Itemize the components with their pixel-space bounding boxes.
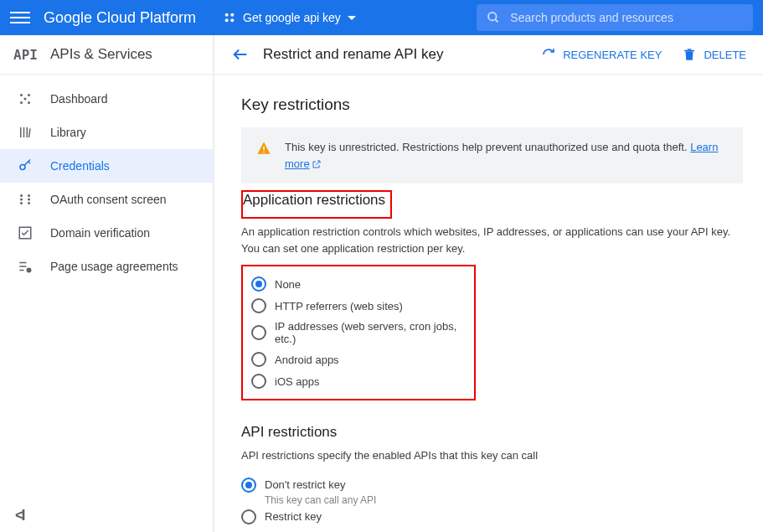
svg-line-17 — [28, 162, 30, 163]
svg-point-6 — [20, 94, 23, 96]
consent-icon — [17, 191, 34, 208]
delete-label: DELETE — [704, 49, 746, 61]
svg-point-10 — [24, 98, 27, 101]
svg-point-0 — [225, 13, 229, 17]
svg-point-4 — [488, 13, 497, 21]
sidebar-item-usage[interactable]: Page usage agreements — [0, 250, 213, 283]
sidebar-item-credentials[interactable]: Credentials — [0, 149, 213, 183]
radio-icon — [241, 509, 256, 524]
warning-box: This key is unrestricted. Restrictions h… — [241, 127, 743, 183]
dashboard-icon — [17, 90, 34, 107]
svg-point-9 — [28, 101, 30, 104]
svg-point-23 — [28, 202, 30, 204]
radio-icon — [251, 352, 266, 367]
main: Restrict and rename API key REGENERATE K… — [214, 35, 763, 532]
sidebar-item-dashboard[interactable]: Dashboard — [0, 82, 213, 116]
api-logo-icon: API — [13, 47, 37, 63]
svg-rect-31 — [263, 152, 265, 153]
app-restrictions-radio-group: None HTTP referrers (web sites) IP addre… — [251, 273, 466, 392]
radio-label: Don't restrict key — [265, 478, 345, 491]
app-restrictions-desc: An application restriction controls whic… — [241, 224, 743, 256]
nav-label: Library — [50, 126, 86, 139]
app-restrictions-highlight: Application restrictions — [241, 190, 392, 219]
radio-label: iOS apps — [275, 375, 319, 388]
search-box[interactable] — [477, 4, 753, 31]
svg-point-28 — [27, 268, 31, 272]
svg-point-3 — [230, 18, 234, 22]
svg-point-22 — [20, 202, 23, 204]
app-restrictions-heading: Application restrictions — [243, 192, 385, 209]
api-restrictions-heading: API restrictions — [241, 424, 337, 441]
sidebar-nav: Dashboard Library Credentials OAuth cons… — [0, 75, 213, 498]
svg-point-7 — [28, 94, 30, 96]
app-options-highlight: None HTTP referrers (web sites) IP addre… — [241, 265, 476, 400]
radio-label: None — [275, 278, 301, 291]
radio-icon — [241, 478, 256, 493]
svg-line-32 — [316, 161, 320, 165]
warning-icon — [256, 141, 271, 156]
radio-http-referrers[interactable]: HTTP referrers (web sites) — [251, 295, 466, 317]
radio-sublabel: This key can call any API — [265, 494, 743, 506]
radio-none[interactable]: None — [251, 273, 466, 295]
radio-icon — [251, 298, 266, 313]
page-header: Restrict and rename API key REGENERATE K… — [214, 35, 763, 75]
regenerate-button[interactable]: REGENERATE KEY — [541, 47, 662, 62]
svg-point-15 — [20, 165, 25, 170]
project-selector[interactable]: Get google api key — [216, 8, 363, 28]
delete-button[interactable]: DELETE — [682, 47, 746, 62]
radio-ip-addresses[interactable]: IP addresses (web servers, cron jobs, et… — [251, 317, 466, 349]
sidebar-item-domain[interactable]: Domain verification — [0, 216, 213, 250]
hamburger-menu-icon[interactable] — [10, 8, 30, 28]
collapse-sidebar-icon[interactable]: <I — [15, 507, 23, 524]
gcp-logo: Google Cloud Platform — [44, 9, 196, 27]
key-restrictions-heading: Key restrictions — [241, 96, 743, 114]
agreement-icon — [17, 258, 34, 275]
sidebar-item-library[interactable]: Library — [0, 116, 213, 149]
warning-text: This key is unrestricted. Restrictions h… — [285, 139, 728, 172]
api-restrictions-desc: API restrictions specify the enabled API… — [241, 447, 743, 464]
radio-label: IP addresses (web servers, cron jobs, et… — [275, 320, 466, 345]
regenerate-label: REGENERATE KEY — [563, 49, 662, 61]
svg-point-2 — [225, 18, 229, 22]
svg-point-8 — [20, 101, 23, 104]
nav-label: OAuth consent screen — [50, 193, 167, 206]
project-dots-icon — [223, 11, 236, 24]
svg-point-20 — [20, 199, 23, 201]
radio-dont-restrict[interactable]: Don't restrict key — [241, 474, 743, 496]
nav-label: Credentials — [50, 159, 110, 173]
search-icon — [487, 10, 500, 25]
sidebar-header: API APIs & Services — [0, 35, 213, 75]
page-title: Restrict and rename API key — [263, 46, 528, 63]
radio-icon — [251, 325, 266, 340]
search-input[interactable] — [510, 11, 743, 24]
key-icon — [17, 158, 34, 174]
sidebar-footer: <I — [0, 498, 213, 532]
back-arrow-icon[interactable] — [231, 45, 250, 64]
radio-ios[interactable]: iOS apps — [251, 370, 466, 392]
svg-rect-30 — [263, 147, 265, 151]
sidebar-title: APIs & Services — [50, 46, 152, 63]
radio-android[interactable]: Android apps — [251, 349, 466, 370]
nav-label: Domain verification — [50, 226, 150, 240]
sidebar-item-oauth[interactable]: OAuth consent screen — [0, 183, 213, 216]
svg-point-18 — [20, 194, 23, 197]
svg-point-21 — [28, 199, 30, 201]
chevron-down-icon — [348, 16, 356, 20]
library-icon — [17, 124, 34, 141]
check-box-icon — [17, 225, 34, 241]
content: Key restrictions This key is unrestricte… — [214, 75, 763, 532]
sidebar: API APIs & Services Dashboard Library Cr… — [0, 35, 214, 532]
refresh-icon — [541, 47, 556, 62]
project-name: Get google api key — [243, 11, 341, 24]
nav-label: Page usage agreements — [50, 260, 178, 273]
svg-point-1 — [230, 13, 234, 17]
external-link-icon — [312, 159, 322, 169]
svg-line-5 — [495, 19, 497, 22]
svg-line-14 — [29, 129, 31, 138]
radio-label: HTTP referrers (web sites) — [275, 300, 403, 312]
trash-icon — [682, 47, 697, 62]
radio-icon — [251, 374, 266, 389]
api-restrictions-radio-group: Don't restrict key This key can call any… — [241, 474, 743, 528]
radio-label: Restrict key — [265, 510, 322, 523]
radio-restrict[interactable]: Restrict key — [241, 506, 743, 528]
